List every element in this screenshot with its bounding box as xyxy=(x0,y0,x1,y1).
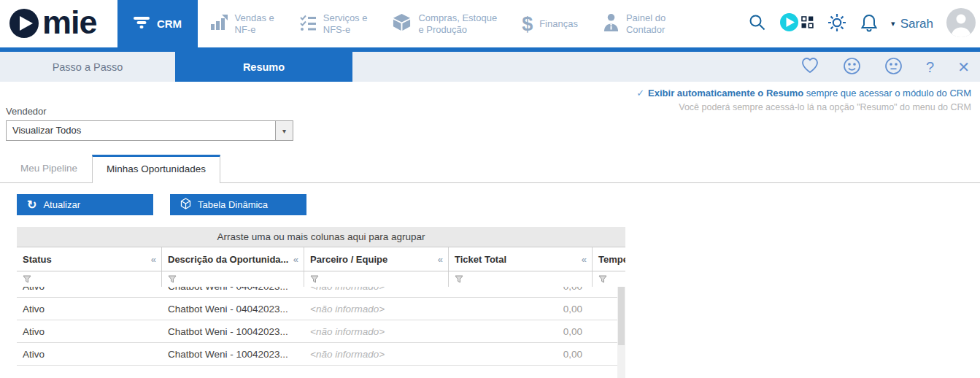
grid-header-row: Status « Descrição da Oportunida... « Pa… xyxy=(17,247,625,271)
subtab-actions: ? ✕ xyxy=(800,52,980,82)
atualizar-label: Atualizar xyxy=(43,199,80,210)
checklist-icon xyxy=(299,14,317,34)
filter-cell[interactable] xyxy=(449,271,593,287)
banner-subtext: Você poderá sempre acessá-lo lá na opção… xyxy=(636,102,971,112)
close-icon[interactable]: ✕ xyxy=(957,60,970,74)
favorite-heart-icon[interactable] xyxy=(800,57,819,77)
search-icon[interactable] xyxy=(748,13,766,34)
column-header-ticket[interactable]: Ticket Total « xyxy=(449,247,593,271)
tab-minhas-oportunidades[interactable]: Minhas Oportunidades xyxy=(92,155,220,183)
happy-face-icon[interactable] xyxy=(843,57,861,77)
logo-text: mie xyxy=(42,6,97,39)
tabela-dinamica-button[interactable]: Tabela Dinâmica xyxy=(170,194,306,215)
tab-resumo[interactable]: Resumo xyxy=(175,52,352,82)
gear-icon[interactable] xyxy=(827,12,847,36)
play-circle-icon xyxy=(779,12,799,35)
nav-item-vendas[interactable]: Vendas eNF-e xyxy=(209,12,274,36)
group-drop-zone[interactable]: Arraste uma ou mais colunas aqui para ag… xyxy=(17,227,625,247)
crm-label: CRM xyxy=(157,18,182,30)
cube-icon xyxy=(180,198,191,212)
collapse-column-icon[interactable]: « xyxy=(438,254,448,265)
filter-funnel-icon xyxy=(23,275,31,283)
box-icon xyxy=(392,12,412,35)
filter-cell[interactable] xyxy=(17,271,162,287)
collapse-column-icon[interactable]: « xyxy=(582,254,592,265)
filter-cell[interactable] xyxy=(593,271,625,287)
filter-funnel-icon xyxy=(598,275,607,283)
vendedor-value: Visualizar Todos xyxy=(7,121,275,140)
top-header: mie CRM Vendas eNF-e Serviços eNFS-e xyxy=(0,0,980,47)
vertical-scrollbar[interactable] xyxy=(617,287,625,378)
table-row[interactable]: Ativo Chatbot Weni - 04042023... <não in… xyxy=(17,287,625,298)
chevron-down-icon: ▾ xyxy=(891,19,895,28)
view-tab-strip: Meu Pipeline Minhas Oportunidades xyxy=(0,155,980,183)
nav-label: Serviços eNFS-e xyxy=(323,12,368,36)
column-header-status[interactable]: Status « xyxy=(17,247,162,271)
refresh-icon: ↻ xyxy=(27,199,36,211)
banner-rest-text: sempre que acessar o módulo do CRM xyxy=(803,88,971,99)
grid-icon xyxy=(801,16,814,31)
tabela-dinamica-label: Tabela Dinâmica xyxy=(198,199,268,210)
nav-item-compras[interactable]: Compras, Estoquee Produção xyxy=(392,12,497,36)
omie-play-icon xyxy=(7,6,41,42)
subtab-bar: Passo a Passo Resumo ? ✕ xyxy=(0,52,980,82)
vendedor-select[interactable]: Visualizar Todos ▾ xyxy=(6,120,293,141)
funnel-icon xyxy=(133,15,150,32)
collapse-column-icon[interactable]: « xyxy=(293,254,304,265)
tab-meu-pipeline[interactable]: Meu Pipeline xyxy=(6,155,92,182)
resumo-panel: ✓Exibir automaticamente o Resumo sempre … xyxy=(0,82,980,378)
user-menu[interactable]: ▾ Sarah xyxy=(891,17,933,31)
nav-item-crm[interactable]: CRM xyxy=(117,0,198,47)
check-icon: ✓ xyxy=(636,88,644,99)
user-name: Sarah xyxy=(900,17,933,31)
column-header-descricao[interactable]: Descrição da Oportunida... « xyxy=(162,247,304,271)
grid-filter-row xyxy=(17,271,625,287)
collapse-column-icon[interactable]: « xyxy=(151,254,161,265)
neutral-face-icon[interactable] xyxy=(884,57,903,77)
nav-item-financas[interactable]: $ Finanças xyxy=(522,18,578,30)
nav-label: Finanças xyxy=(539,18,578,30)
dollar-icon: $ xyxy=(522,18,533,30)
help-icon[interactable]: ? xyxy=(926,60,934,74)
nav-label: Painel doContador xyxy=(626,12,665,36)
person-icon xyxy=(603,13,620,34)
table-row[interactable]: Ativo Chatbot Weni - 04042023... <não in… xyxy=(17,298,625,320)
nav-label: Vendas eNF-e xyxy=(235,12,274,36)
main-nav: Vendas eNF-e Serviços eNFS-e Compras, Es… xyxy=(209,12,666,36)
nav-item-servicos[interactable]: Serviços eNFS-e xyxy=(299,12,368,36)
oportunidades-grid: Arraste uma ou mais colunas aqui para ag… xyxy=(17,227,625,378)
filter-funnel-icon xyxy=(455,275,463,283)
auto-show-banner: ✓Exibir automaticamente o Resumo sempre … xyxy=(636,88,971,112)
vendedor-label: Vendedor xyxy=(6,106,47,117)
bell-icon[interactable] xyxy=(860,13,878,35)
crm-app: mie CRM Vendas eNF-e Serviços eNFS-e xyxy=(0,0,980,378)
dropdown-caret-icon[interactable]: ▾ xyxy=(275,121,293,140)
filter-cell[interactable] xyxy=(162,271,304,287)
scrollbar-thumb[interactable] xyxy=(618,287,625,345)
omie-logo[interactable]: mie xyxy=(7,6,97,42)
nav-label: Compras, Estoquee Produção xyxy=(418,12,497,36)
grid-body: Ativo Chatbot Weni - 04042023... <não in… xyxy=(17,287,625,378)
filter-funnel-icon xyxy=(310,275,319,283)
banner-bold-text: Exibir automaticamente o Resumo xyxy=(648,88,803,99)
bar-chart-icon xyxy=(209,14,228,34)
filter-funnel-icon xyxy=(168,275,177,283)
column-header-tempe[interactable]: Tempe xyxy=(593,247,625,271)
atualizar-button[interactable]: ↻ Atualizar xyxy=(17,194,153,215)
apps-launcher[interactable] xyxy=(779,12,814,35)
avatar[interactable] xyxy=(946,8,976,40)
column-header-parceiro[interactable]: Parceiro / Equipe « xyxy=(304,247,449,271)
filter-cell[interactable] xyxy=(304,271,449,287)
table-row[interactable]: Ativo Chatbot Weni - 10042023... <não in… xyxy=(17,343,625,366)
nav-item-painel-contador[interactable]: Painel doContador xyxy=(603,12,665,36)
table-row[interactable]: Ativo Chatbot Weni - 10042023... <não in… xyxy=(17,320,625,343)
header-actions: ▾ Sarah xyxy=(748,8,976,40)
auto-show-setting[interactable]: ✓Exibir automaticamente o Resumo sempre … xyxy=(636,88,971,99)
tab-passo-a-passo[interactable]: Passo a Passo xyxy=(0,52,175,82)
